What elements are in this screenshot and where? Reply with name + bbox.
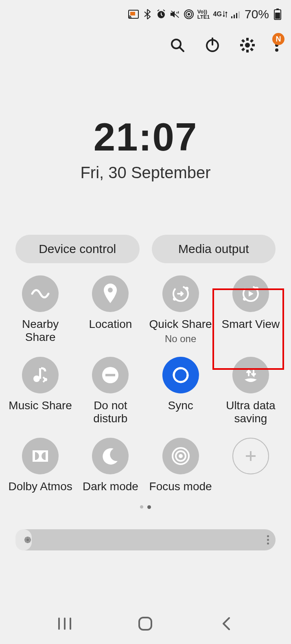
tile-location[interactable]: Location [77, 275, 143, 345]
tile-label: Quick Share [149, 318, 212, 331]
svg-line-58 [29, 541, 30, 542]
brightness-thumb-icon [24, 537, 31, 543]
smart-view-icon [241, 284, 261, 304]
quick-share-icon [171, 284, 191, 304]
battery-icon [272, 9, 283, 20]
settings-button[interactable] [239, 37, 256, 54]
sync-icon [171, 365, 191, 385]
page-indicator [0, 505, 291, 509]
power-button[interactable] [204, 37, 221, 54]
page-dot [140, 505, 143, 509]
tile-label: Do not disturb [78, 399, 143, 425]
recents-button[interactable] [53, 611, 77, 636]
clock-date: Fri, 30 September [0, 164, 291, 182]
tile-add[interactable] [218, 438, 284, 493]
tile-smart-view[interactable]: Smart View [218, 275, 284, 345]
quick-tiles: Nearby Share Location Quick Share No one… [0, 263, 291, 493]
svg-rect-46 [33, 450, 48, 462]
tile-label: Smart View [222, 318, 280, 331]
tile-sublabel: No one [165, 333, 196, 345]
svg-point-38 [255, 287, 258, 290]
device-control-button[interactable]: Device control [15, 235, 140, 263]
tile-focus-mode[interactable]: Focus mode [148, 438, 214, 493]
alarm-icon [156, 9, 166, 20]
svg-point-31 [275, 48, 278, 52]
tile-label: Nearby Share [8, 318, 73, 344]
svg-rect-64 [139, 618, 151, 630]
pill-row: Device control Media output [0, 235, 291, 263]
svg-point-52 [26, 539, 29, 541]
clock-time: 21:07 [0, 115, 291, 159]
svg-line-26 [251, 48, 253, 50]
tile-do-not-disturb[interactable]: Do not disturb [77, 357, 143, 425]
location-icon [102, 284, 118, 304]
svg-line-60 [29, 537, 30, 538]
tile-label: Focus mode [149, 480, 212, 493]
volte-icon: Vo)) LTE1 [197, 9, 210, 20]
page-dot-active [147, 505, 151, 509]
svg-line-25 [242, 40, 244, 42]
svg-line-57 [25, 537, 26, 538]
svg-rect-5 [178, 11, 179, 14]
media-output-button[interactable]: Media output [152, 235, 276, 263]
panel-actions: N [0, 24, 291, 54]
dolby-icon [30, 448, 50, 464]
svg-line-59 [25, 541, 26, 542]
svg-point-34 [173, 297, 176, 301]
status-bar: Vo)) LTE1 4G 70% [0, 0, 291, 24]
svg-rect-10 [234, 15, 235, 18]
network-4g-icon: 4G [213, 10, 228, 18]
tile-label: Dolby Atmos [9, 480, 72, 493]
navigation-bar [0, 603, 291, 644]
tile-label: Location [89, 318, 132, 331]
home-button[interactable] [133, 611, 158, 636]
svg-line-43 [43, 380, 46, 382]
tile-dolby-atmos[interactable]: Dolby Atmos [7, 438, 73, 493]
svg-point-35 [185, 287, 188, 290]
svg-point-20 [245, 43, 250, 48]
svg-rect-4 [176, 12, 177, 13]
tile-nearby-share[interactable]: Nearby Share [7, 275, 73, 345]
ultra-data-saving-icon [241, 365, 261, 385]
svg-point-6 [188, 13, 190, 15]
dark-mode-icon [101, 447, 119, 465]
tile-label: Music Share [9, 399, 72, 412]
more-button[interactable]: N [274, 38, 280, 52]
svg-rect-40 [39, 368, 41, 379]
tile-sync[interactable]: Sync [148, 357, 214, 425]
clock-block: 21:07 Fri, 30 September [0, 115, 291, 182]
svg-point-39 [33, 375, 40, 382]
svg-rect-9 [231, 16, 232, 18]
tile-music-share[interactable]: Music Share [7, 357, 73, 425]
tile-label: Sync [168, 399, 193, 412]
tile-label: Dark mode [83, 480, 138, 493]
signal-icon [231, 9, 241, 20]
notification-badge: N [272, 33, 284, 45]
nearby-share-icon [30, 286, 50, 302]
tile-label: Ultra data saving [218, 399, 283, 425]
svg-rect-12 [238, 11, 240, 18]
bluetooth-icon [142, 9, 153, 20]
plus-icon [243, 448, 259, 464]
svg-point-49 [179, 454, 183, 458]
hotspot-icon [184, 9, 194, 20]
mute-vibrate-icon [170, 9, 180, 20]
brightness-expand-icon[interactable] [267, 535, 269, 544]
battery-percent: 70% [245, 7, 269, 21]
svg-line-17 [179, 47, 184, 51]
svg-point-37 [243, 297, 246, 301]
search-button[interactable] [169, 37, 186, 54]
svg-line-27 [242, 48, 244, 50]
focus-mode-icon [171, 446, 191, 466]
svg-rect-1 [130, 12, 135, 15]
tile-dark-mode[interactable]: Dark mode [77, 438, 143, 493]
svg-rect-11 [236, 13, 237, 18]
tile-ultra-data-saving[interactable]: Ultra data saving [218, 357, 284, 425]
cast-icon [128, 9, 139, 20]
svg-line-42 [43, 377, 46, 380]
brightness-slider[interactable] [15, 529, 276, 550]
back-button[interactable] [214, 611, 238, 636]
svg-line-28 [251, 40, 253, 42]
tile-quick-share[interactable]: Quick Share No one [148, 275, 214, 345]
music-share-icon [31, 366, 50, 384]
